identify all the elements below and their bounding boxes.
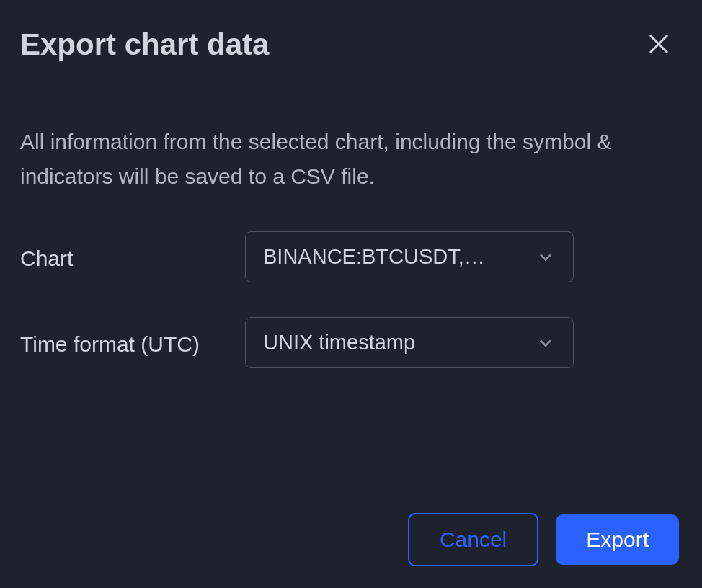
dialog-description: All information from the selected chart,…: [20, 125, 682, 194]
export-button[interactable]: Export: [556, 514, 679, 565]
chart-field-row: Chart BINANCE:BTCUSDT,…: [20, 231, 682, 282]
dialog-body: All information from the selected chart,…: [0, 94, 702, 491]
export-chart-data-dialog: Export chart data All information from t…: [0, 0, 702, 588]
chart-field-label: Chart: [20, 231, 245, 276]
dialog-footer: Cancel Export: [0, 491, 702, 588]
dialog-header: Export chart data: [0, 0, 702, 94]
close-icon: [646, 31, 672, 59]
dialog-title: Export chart data: [20, 27, 269, 62]
chevron-down-icon: [536, 247, 556, 267]
chart-select-value: BINANCE:BTCUSDT,…: [263, 245, 485, 269]
cancel-button[interactable]: Cancel: [408, 513, 538, 566]
chart-select[interactable]: BINANCE:BTCUSDT,…: [245, 231, 574, 282]
time-format-select[interactable]: UNIX timestamp: [245, 317, 574, 368]
time-format-field-label: Time format (UTC): [20, 317, 245, 362]
close-button[interactable]: [643, 29, 675, 61]
time-format-select-value: UNIX timestamp: [263, 331, 415, 355]
chevron-down-icon: [536, 333, 556, 353]
time-format-field-row: Time format (UTC) UNIX timestamp: [20, 317, 682, 368]
